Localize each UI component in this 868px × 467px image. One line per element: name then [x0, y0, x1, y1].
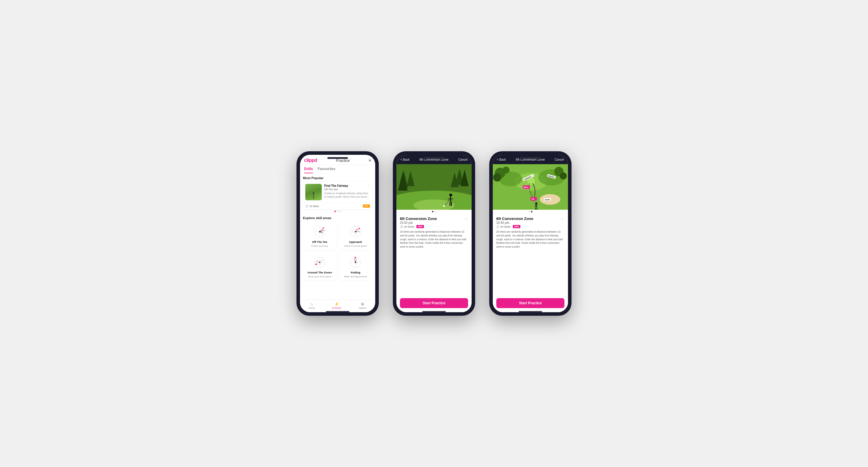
popular-card-content: Find The Fairway Off The Tee ☆ Create an…	[303, 181, 372, 203]
popular-card-subtitle: Off The Tee	[324, 188, 348, 191]
tabs-bar: Drills Favourites	[300, 165, 375, 173]
ott-svg	[312, 224, 327, 239]
favourite-star[interactable]: ☆	[367, 184, 370, 187]
putting-desc: Make and lag practice	[344, 275, 367, 278]
most-popular-label: Most Popular	[303, 176, 372, 180]
svg-rect-75	[536, 205, 536, 208]
atg-desc: Hone your short game	[308, 275, 331, 278]
drill-title-text: 6ft Conversion Zone 10-50 yds	[400, 216, 437, 224]
img-dot-2	[435, 211, 436, 212]
svg-point-12	[323, 227, 324, 229]
approach-svg	[348, 224, 363, 239]
phone3-header: < Back 6ft Conversion Zone Cancel	[493, 155, 568, 164]
svg-line-4	[313, 196, 314, 199]
svg-point-74	[535, 202, 537, 205]
putting-icon	[348, 255, 363, 270]
svg-point-33	[355, 262, 356, 263]
nav-activities[interactable]: ⚡ Activities	[332, 302, 341, 309]
svg-point-17	[355, 231, 356, 233]
arg-badge: ARG	[513, 225, 520, 228]
card-dots	[303, 209, 372, 213]
atg-svg	[312, 255, 327, 270]
start-practice-button[interactable]: Start Practice	[496, 298, 564, 308]
svg-text:Miss: Miss	[524, 186, 528, 188]
phone1-header: clippd Practice ≡	[300, 155, 375, 165]
nav-capture[interactable]: ⊕ Capture	[358, 302, 366, 309]
tab-drills[interactable]: Drills	[304, 167, 313, 173]
popular-card-description: Create an imaginary fairway using trees …	[324, 192, 370, 199]
cta-area: Start Practice	[493, 298, 568, 312]
drill-meta: 🕐 20 shots ARG	[496, 225, 564, 228]
capture-icon: ⊕	[361, 302, 364, 306]
start-practice-button[interactable]: Start Practice	[400, 298, 468, 308]
drill-meta: 🕐 20 shots ARG	[400, 225, 468, 228]
skill-card-atg[interactable]: Around The Green Hone your short game	[303, 252, 336, 280]
phone-3: < Back 6ft Conversion Zone Cancel	[489, 151, 571, 316]
approach-desc: Dial-in to hit the green	[344, 245, 367, 247]
atg-name: Around The Green	[307, 271, 332, 274]
svg-rect-48	[451, 202, 452, 206]
tab-favourites[interactable]: Favourites	[318, 167, 336, 173]
map-image: Hit Miss FAIRWAY	[493, 164, 568, 210]
cta-area: Start Practice	[396, 298, 472, 312]
svg-point-58	[502, 167, 509, 174]
drill-shots: 🕐 20 shots	[496, 225, 510, 228]
drill-favourite[interactable]: ☆	[464, 216, 468, 221]
most-popular-section: Most Popular	[303, 176, 372, 213]
arg-badge: ARG	[416, 225, 424, 228]
map-svg: Hit Miss FAIRWAY	[493, 164, 568, 210]
clock-icon: 🕐	[400, 225, 403, 228]
home-icon: ⌂	[311, 302, 313, 306]
drill-title-text: 6ft Conversion Zone 10-50 yds	[496, 216, 533, 224]
skill-card-approach[interactable]: Approach Dial-in to hit the green	[339, 222, 372, 249]
clock-icon: 🕐	[305, 205, 309, 208]
svg-point-18	[359, 228, 360, 229]
golf-photo	[396, 164, 472, 210]
svg-rect-77	[535, 208, 536, 210]
drill-title-block: 6ft Conversion Zone 10-50 yds ☆ 🕐 20 sho…	[496, 216, 564, 228]
svg-rect-47	[450, 202, 451, 206]
drill-image	[396, 164, 472, 210]
menu-icon[interactable]: ≡	[369, 158, 371, 163]
svg-text:Hit: Hit	[532, 198, 534, 200]
skill-card-ott[interactable]: Off The Tee Power accuracy	[303, 222, 336, 249]
explore-label: Explore skill areas	[303, 216, 372, 220]
ott-name: Off The Tee	[312, 240, 327, 243]
img-dot-1	[432, 211, 433, 212]
drill-description: 20 shots are randomly generated at dista…	[400, 230, 468, 295]
svg-rect-78	[536, 208, 537, 210]
scene: clippd Practice ≡ Drills Favourites Most…	[285, 139, 583, 328]
back-button[interactable]: < Back	[401, 158, 410, 161]
nav-home-label: Home	[309, 307, 315, 309]
activities-icon: ⚡	[334, 302, 339, 306]
image-dots	[396, 210, 472, 213]
skills-grid: Off The Tee Power accuracy	[303, 222, 372, 280]
main-content: Most Popular	[300, 173, 375, 300]
cancel-button[interactable]: Cancel	[555, 158, 564, 161]
popular-card-image	[305, 184, 322, 200]
svg-line-27	[316, 261, 317, 264]
drill-description: 20 shots are randomly generated at dista…	[496, 230, 564, 295]
card-footer: 🕐 10 shots OTT	[303, 203, 372, 209]
back-button[interactable]: < Back	[497, 158, 506, 161]
img-dot-1	[528, 211, 530, 212]
nav-home[interactable]: ⌂ Home	[309, 302, 315, 309]
phone-2: < Back 6ft Conversion Zone Cancel	[393, 151, 475, 316]
drill-favourite[interactable]: ☆	[561, 216, 564, 221]
card-shots: 🕐 10 shots	[305, 205, 319, 208]
dot-2	[337, 210, 339, 212]
drill-detail-content: 6ft Conversion Zone 10-50 yds ☆ 🕐 20 sho…	[493, 213, 568, 298]
svg-point-34	[355, 257, 356, 258]
popular-card[interactable]: Find The Fairway Off The Tee ☆ Create an…	[303, 181, 372, 209]
nav-activities-label: Activities	[332, 307, 341, 309]
phone2-header: < Back 6ft Conversion Zone Cancel	[396, 155, 472, 164]
atg-icon	[312, 255, 327, 270]
golf-map: Hit Miss FAIRWAY	[493, 164, 568, 210]
image-dots	[493, 210, 568, 213]
ott-desc: Power accuracy	[311, 245, 328, 247]
golf-image-bg	[305, 184, 322, 200]
drill-title: 6ft Conversion Zone	[400, 216, 437, 221]
skill-card-putting[interactable]: Putting Make and lag practice	[339, 252, 372, 280]
svg-text:SAND: SAND	[545, 199, 550, 201]
cancel-button[interactable]: Cancel	[458, 158, 467, 161]
